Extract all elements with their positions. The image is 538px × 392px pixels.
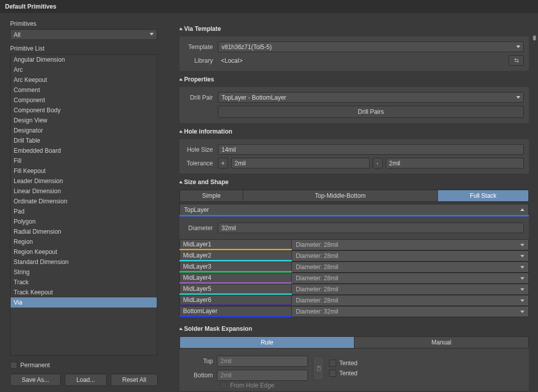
tab-manual[interactable]: Manual: [354, 336, 529, 349]
layer-diameter[interactable]: Diameter: 28mil: [292, 250, 529, 262]
layer-row[interactable]: MidLayer6Diameter: 28mil: [180, 295, 529, 306]
list-item[interactable]: Track Keepout: [11, 287, 157, 297]
layer-name: MidLayer6: [180, 295, 292, 304]
chevron-down-icon: [516, 96, 520, 99]
tab-rule[interactable]: Rule: [180, 336, 354, 349]
list-item[interactable]: Angular Dimension: [11, 55, 157, 65]
layer-diameter[interactable]: Diameter: 28mil: [292, 295, 529, 306]
list-item[interactable]: Fill: [11, 156, 157, 166]
list-item[interactable]: Ordinate Dimension: [11, 196, 157, 206]
reset-all-button[interactable]: Reset All: [111, 374, 158, 386]
diameter-label: Diameter: [185, 225, 213, 232]
primitives-dropdown[interactable]: All: [10, 29, 157, 40]
list-item[interactable]: Region Keepout: [11, 247, 157, 257]
from-hole-edge-checkbox[interactable]: [220, 382, 227, 389]
layer-row[interactable]: BottomLayerDiameter: 32mil: [180, 306, 529, 317]
tab-top-middle-bottom[interactable]: Top-Middle-Bottom: [243, 190, 438, 202]
sme-top-label: Top: [185, 358, 213, 365]
top-layer-header[interactable]: TopLayer: [180, 204, 529, 215]
primitives-value: All: [14, 31, 20, 38]
layer-diameter[interactable]: Diameter: 28mil: [292, 273, 529, 284]
list-item[interactable]: Component Body: [11, 105, 157, 115]
library-value: <Local>: [218, 57, 506, 64]
layer-row[interactable]: MidLayer1Diameter: 28mil: [180, 239, 529, 250]
list-item[interactable]: Component: [11, 95, 157, 105]
primitive-list[interactable]: Angular DimensionArcArc KeepoutCommentCo…: [10, 54, 157, 356]
list-item[interactable]: Drill Table: [11, 136, 157, 146]
section-properties[interactable]: Properties: [180, 76, 529, 83]
layer-row[interactable]: MidLayer4Diameter: 28mil: [180, 273, 529, 284]
chevron-down-icon: [520, 311, 524, 313]
tab-full-stack[interactable]: Full Stack: [438, 190, 529, 202]
sme-bottom-input: 2mil: [217, 370, 308, 381]
primitives-label: Primitives: [10, 20, 157, 27]
layer-name: MidLayer1: [180, 239, 292, 249]
tolerance-label: Tolerance: [185, 160, 213, 167]
list-item[interactable]: Standard Dimension: [11, 257, 157, 267]
list-item[interactable]: Design View: [11, 115, 157, 125]
list-item[interactable]: Designator: [11, 125, 157, 136]
layer-row[interactable]: MidLayer3Diameter: 28mil: [180, 262, 529, 273]
collapse-icon: [180, 78, 183, 81]
collapse-icon: [180, 28, 183, 30]
hole-size-input[interactable]: 14mil: [218, 144, 524, 155]
collapse-icon: [180, 328, 183, 330]
layer-diameter[interactable]: Diameter: 28mil: [292, 284, 529, 295]
tab-simple[interactable]: Simple: [180, 190, 243, 202]
section-size-shape[interactable]: Size and Shape: [180, 179, 529, 186]
list-item[interactable]: Via: [11, 297, 157, 308]
load-button[interactable]: Load...: [65, 374, 107, 386]
chevron-down-icon: [520, 244, 524, 246]
link-top-bottom-icon[interactable]: ⍞: [313, 356, 324, 380]
left-panel: Primitives All Primitive List Angular Di…: [0, 13, 164, 391]
scrollbar[interactable]: [533, 20, 536, 391]
tolerance-minus-button[interactable]: -: [373, 158, 383, 168]
layer-diameter[interactable]: Diameter: 32mil: [292, 306, 529, 317]
from-hole-edge-row: From Hole Edge: [220, 381, 524, 390]
layer-row[interactable]: MidLayer5Diameter: 28mil: [180, 284, 529, 295]
section-hole-info[interactable]: Hole information: [180, 128, 529, 135]
list-item[interactable]: Comment: [11, 85, 157, 95]
list-item[interactable]: Region: [11, 237, 157, 247]
tolerance-minus-input[interactable]: 2mil: [386, 158, 524, 168]
chevron-down-icon: [520, 266, 524, 269]
drill-pair-dropdown[interactable]: TopLayer - BottomLayer: [218, 92, 524, 103]
tented-top-label: Tented: [339, 360, 357, 367]
permanent-checkbox[interactable]: [10, 362, 17, 369]
list-item[interactable]: Arc: [11, 65, 157, 75]
template-dropdown[interactable]: v81h36z71(Tol5-5): [218, 41, 524, 52]
list-item[interactable]: Leader Dimension: [11, 176, 157, 186]
list-item[interactable]: Arc Keepout: [11, 75, 157, 85]
list-item[interactable]: Pad: [11, 206, 157, 216]
list-item[interactable]: Radial Dimension: [11, 227, 157, 237]
list-item[interactable]: Embedded Board: [11, 146, 157, 156]
section-via-template[interactable]: Via Template: [180, 25, 529, 32]
tented-top-checkbox[interactable]: [329, 360, 336, 367]
list-item[interactable]: Track: [11, 277, 157, 287]
diameter-input[interactable]: 32mil: [218, 223, 524, 233]
hole-size-label: Hole Size: [185, 146, 213, 153]
drill-pairs-button[interactable]: Drill Pairs: [218, 106, 524, 118]
tented-bottom-checkbox[interactable]: [329, 370, 336, 377]
save-as-button[interactable]: Save As...: [10, 374, 61, 386]
list-item[interactable]: Linear Dimension: [11, 186, 157, 196]
list-item[interactable]: String: [11, 267, 157, 277]
section-solder-mask[interactable]: Solder Mask Expansion: [180, 325, 529, 332]
link-icon[interactable]: ⇆: [509, 55, 524, 66]
chevron-down-icon: [520, 277, 524, 280]
layer-name: MidLayer3: [180, 262, 292, 271]
template-label: Template: [185, 43, 213, 51]
drill-pair-label: Drill Pair: [185, 94, 213, 101]
scrollbar-thumb[interactable]: [533, 35, 536, 40]
list-item[interactable]: Fill Keepout: [11, 166, 157, 176]
layer-row[interactable]: MidLayer2Diameter: 28mil: [180, 250, 529, 262]
layer-diameter[interactable]: Diameter: 28mil: [292, 239, 529, 250]
layer-name: MidLayer5: [180, 284, 292, 293]
layer-diameter[interactable]: Diameter: 28mil: [292, 262, 529, 273]
list-item[interactable]: Polygon: [11, 216, 157, 227]
chevron-down-icon: [520, 255, 524, 257]
tolerance-plus-input[interactable]: 2mil: [231, 158, 370, 168]
chevron-down-icon: [516, 46, 520, 48]
tolerance-plus-button[interactable]: +: [218, 158, 228, 168]
permanent-row: Permanent: [10, 362, 157, 369]
